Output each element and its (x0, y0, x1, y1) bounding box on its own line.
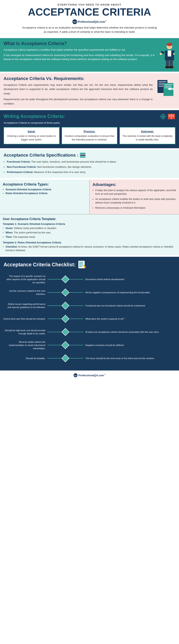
diamond-4 (61, 315, 69, 323)
types-item-2: • Rules-Oriented Acceptance Criteria (3, 192, 87, 195)
specs-item-3: • Performance Criteria: Measure of the r… (3, 170, 176, 174)
cl-right-4: What does the system suppose to do? (83, 317, 176, 320)
svg-rect-36 (80, 154, 86, 156)
diamond-3 (61, 302, 69, 310)
header-section: EVERYTHING YOU NEED TO KNOW ABOUT ACCEPT… (0, 0, 179, 36)
svg-rect-39 (79, 262, 83, 262)
input-col-text: Entering a value or clicking on some but… (6, 134, 57, 142)
person-illustration (159, 43, 175, 69)
cl-right-5: At least one acceptance criteria should … (83, 330, 176, 334)
adv-item-2: • An acceptance criteria enables the tes… (92, 197, 176, 204)
footer-brand-text: ProfessionalQA.com™ (79, 374, 106, 377)
adv-item-3: • Removes unnecessary or irrelevant info… (92, 206, 176, 210)
input-col: Input: Entering a value or clicking on s… (3, 127, 60, 144)
cl-right-6: Negative scenarios should be defined. (83, 344, 176, 347)
checklist-row-2: List the concerns related to the user in… (3, 286, 176, 299)
svg-rect-42 (79, 266, 82, 267)
cl-left-7: Should be testable. (3, 357, 47, 360)
template1-item-3: • Then: The expected result. (3, 235, 176, 239)
header-subtitle: EVERYTHING YOU NEED TO KNOW ABOUT (10, 3, 169, 6)
checklist-row-6: Must be written before the implementatio… (3, 338, 176, 352)
svg-text:PQA: PQA (74, 375, 77, 376)
process-col: Process: Involves computation evaluation… (62, 127, 118, 144)
svg-rect-38 (78, 261, 85, 268)
checklist-heading: Acceptance Criteria Checklist: (3, 262, 76, 268)
checklist-row-3: Define issues regarding performance and … (3, 299, 176, 312)
checklist-icon (78, 260, 87, 269)
cl-right-1: Document criteria before development. (83, 278, 176, 281)
gear-icon (160, 113, 166, 120)
checklist-rows: The impact of a specific scenario on oth… (3, 273, 176, 365)
writing-icons (160, 113, 176, 120)
cl-left-2: List the concerns related to the user in… (3, 289, 47, 296)
svg-rect-34 (172, 116, 174, 117)
outcome-col-text: The outcome is tested with the least com… (122, 134, 173, 142)
writing-cols: Input: Entering a value or clicking on s… (3, 127, 176, 144)
svg-rect-21 (165, 86, 172, 86)
svg-rect-37 (80, 156, 86, 158)
svg-rect-20 (165, 84, 173, 85)
outcome-col-title: Outcome: (122, 130, 173, 133)
svg-rect-33 (172, 116, 174, 116)
advantages-heading: Advantages: (92, 182, 176, 187)
process-col-text: Involves computation evaluation to ensur… (64, 134, 115, 142)
what-heading: What is Acceptance Criteria? (3, 41, 155, 46)
diamond-6 (61, 341, 69, 349)
specs-heading: Acceptance Criteria Specifications : (3, 152, 78, 158)
cl-mid-1 (47, 276, 83, 282)
diamond-2 (61, 288, 69, 296)
cl-right-2: All the negative consequences of impleme… (83, 291, 176, 294)
writing-header-row: Writing Acceptance Criteria: (3, 113, 176, 120)
svg-rect-15 (159, 81, 167, 82)
svg-rect-5 (168, 50, 171, 56)
footer-logo-icon: PQA (73, 373, 78, 378)
input-col-title: Input: (6, 130, 57, 133)
types-adv-wrapper: Acceptance Criteria Types: • Scenario-Or… (0, 180, 179, 255)
types-list: • Scenario-Oriented Acceptance Criteria … (3, 188, 87, 195)
svg-rect-32 (172, 115, 175, 115)
types-item-1: • Scenario-Oriented Acceptance Criteria (3, 188, 87, 191)
brand-logo-text: ProfessionalQA.com™ (78, 20, 107, 23)
specs-list: • Functional Criteria: The user tasks, f… (3, 160, 176, 174)
cl-left-3: Define issues regarding performance and … (3, 302, 47, 309)
cl-left-5: Should be high level, but should provide… (3, 329, 47, 335)
specs-item-1: • Functional Criteria: The user tasks, f… (3, 160, 176, 164)
writing-section: Writing Acceptance Criteria: Accept (0, 110, 179, 148)
checklist-row-5: Should be high level, but should provide… (3, 326, 176, 338)
diamond-1 (61, 275, 69, 283)
writing-subtext: Acceptance Criteria is composed of three… (3, 121, 176, 124)
vs-content: Acceptance Criteria Vs. Requirements: Ac… (3, 76, 153, 106)
cl-mid-4 (47, 316, 83, 322)
brand-logo: PQA ProfessionalQA.com™ (10, 19, 169, 24)
template2-text: • Checklist: At times, the G/W/T format … (3, 245, 176, 252)
svg-rect-30 (169, 116, 171, 116)
checklist-row-7: Should be testable. The focus should be … (3, 352, 176, 365)
cl-right-7: The focus should be the end result or th… (83, 357, 176, 360)
vs-image (156, 76, 176, 99)
what-content: What is Acceptance Criteria? Acceptance … (3, 41, 155, 62)
header-description: Acceptance criteria is an is an evaluati… (22, 26, 157, 34)
svg-point-10 (160, 53, 162, 55)
template1-item-1: • Given: Defines some precondition or si… (3, 226, 176, 230)
template1-item-2: • When: The action performed by the user… (3, 231, 176, 234)
what-section: What is Acceptance Criteria? Acceptance … (0, 38, 179, 72)
svg-point-3 (167, 43, 172, 46)
svg-rect-31 (169, 116, 171, 117)
cl-mid-6 (47, 342, 83, 348)
advantages-list: • It helps the team to analyze the vario… (92, 188, 176, 210)
outcome-col: Outcome: The outcome is tested with the … (119, 127, 176, 144)
checklist-header: Acceptance Criteria Checklist: (3, 260, 176, 269)
what-text1: Acceptance criteria represent a conditio… (3, 48, 155, 52)
vs-heading: Acceptance Criteria Vs. Requirements: (3, 76, 153, 81)
svg-rect-29 (169, 115, 171, 115)
what-image (158, 41, 176, 69)
svg-rect-40 (79, 263, 83, 264)
specs-item-2: • Non-Functional Criteria: Non-functiona… (3, 165, 176, 169)
template-section: User Acceptance Criteria Template: Templ… (0, 214, 179, 255)
footer-brand: PQA ProfessionalQA.com™ (2, 373, 177, 378)
template1-list: • Given: Defines some precondition or si… (3, 226, 176, 239)
svg-text:PQA: PQA (73, 21, 77, 23)
template-heading: User Acceptance Criteria Template: (3, 217, 176, 221)
types-col: Acceptance Criteria Types: • Scenario-Or… (0, 180, 90, 214)
cl-left-1: The impact of a specific scenario on oth… (3, 274, 47, 284)
